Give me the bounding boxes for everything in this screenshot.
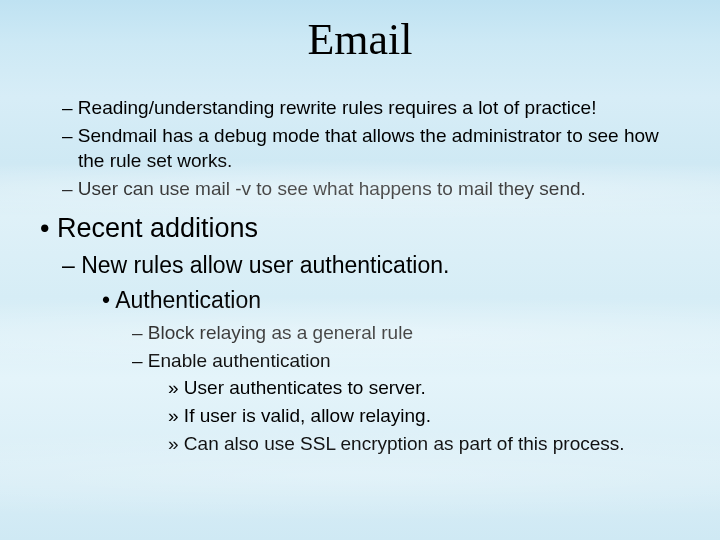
bullet-item: Can also use SSL encryption as part of t… xyxy=(40,431,690,457)
heading-text: Recent additions xyxy=(57,213,258,243)
bullet-item: If user is valid, allow relaying. xyxy=(40,403,690,429)
slide: Email Reading/understanding rewrite rule… xyxy=(0,0,720,540)
heading-text: Authentication xyxy=(115,287,261,313)
slide-body: Reading/understanding rewrite rules requ… xyxy=(0,95,720,456)
bullet-item: User authenticates to server. xyxy=(40,375,690,401)
bullet-item: Enable authentication xyxy=(40,348,690,374)
bullet-text: Can also use SSL encryption as part of t… xyxy=(184,433,625,454)
bullet-text: User authenticates to server. xyxy=(184,377,426,398)
bullet-text: If user is valid, allow relaying. xyxy=(184,405,431,426)
bullet-item: User can use mail -v to see what happens… xyxy=(40,176,690,202)
bullet-text: Reading/understanding rewrite rules requ… xyxy=(78,97,597,118)
bullet-item: Block relaying as a general rule xyxy=(40,320,690,346)
bullet-text: User can use mail -v to see what happens… xyxy=(78,178,586,199)
slide-title: Email xyxy=(0,0,720,93)
bullet-item: New rules allow user authentication. xyxy=(40,250,690,281)
bullet-text: Block relaying as a general rule xyxy=(148,322,413,343)
bullet-text: Sendmail has a debug mode that allows th… xyxy=(78,125,659,172)
bullet-item: Reading/understanding rewrite rules requ… xyxy=(40,95,690,121)
subsection-heading: Authentication xyxy=(40,285,690,316)
section-heading: Recent additions xyxy=(40,210,690,246)
bullet-text: New rules allow user authentication. xyxy=(81,252,449,278)
bullet-item: Sendmail has a debug mode that allows th… xyxy=(40,123,690,174)
bullet-text: Enable authentication xyxy=(148,350,331,371)
